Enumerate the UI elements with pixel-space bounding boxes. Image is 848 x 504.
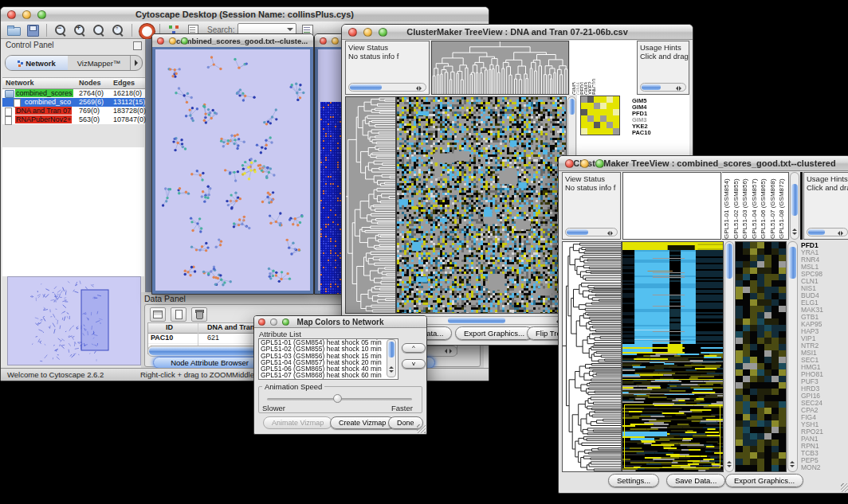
faster-label: Faster: [391, 404, 413, 412]
view-status-hscrollbar[interactable]: [565, 228, 618, 236]
treeview2-titlebar[interactable]: ClusterMaker TreeView : combined_scores_…: [559, 156, 848, 171]
move-up-button[interactable]: ^: [402, 343, 426, 353]
minimize-icon[interactable]: [332, 37, 339, 45]
resize-grip[interactable]: [417, 424, 426, 433]
animate-vizmap-button: Animate Vizmap: [263, 416, 332, 429]
move-down-button[interactable]: v: [402, 359, 426, 369]
zoom-in-icon[interactable]: +: [72, 23, 88, 37]
treeview1-titlebar[interactable]: ClusterMaker TreeView : DNA and Tran 07-…: [342, 25, 693, 40]
toolbar-separator: [46, 24, 47, 37]
treeview1-global-heatmap[interactable]: [396, 96, 567, 314]
zoom-selected-icon[interactable]: ▫: [110, 23, 126, 37]
column-label: GPL51-02 (GSM855): [732, 173, 742, 239]
attribute-list[interactable]: GPL51-01 (GSM854) heat shock 05 minGPL51…: [258, 338, 398, 380]
close-icon[interactable]: [348, 28, 357, 37]
save-icon[interactable]: [25, 23, 41, 37]
minimize-icon[interactable]: [580, 159, 589, 168]
column-label: PAC10: [591, 41, 595, 95]
row-label: PAC10: [632, 130, 672, 136]
treeview1-row-dendrogram[interactable]: [345, 96, 396, 314]
treeview1-zoom-heatmap[interactable]: [580, 96, 620, 135]
network-tree-row[interactable]: combined_scores2764(0)16218(0): [2, 89, 145, 98]
column-label: GPL51-08 (GSM872): [778, 173, 787, 239]
minimize-icon[interactable]: [22, 10, 31, 19]
settings-button[interactable]: Settings...: [608, 474, 659, 487]
network-tree-empty-area: [2, 147, 144, 276]
open-folder-icon[interactable]: [6, 23, 22, 37]
zoom-window-icon[interactable]: [282, 318, 289, 326]
node-attribute-browser-button[interactable]: Node Attribute Browser: [153, 357, 266, 369]
edge-count: 183728(0): [113, 107, 146, 115]
treeview2-view-status: View Status No status info f: [562, 172, 621, 240]
zoom-window-icon[interactable]: [595, 159, 604, 168]
treeview2-top-vscrollbar[interactable]: [790, 172, 799, 240]
network1-canvas[interactable]: [155, 49, 310, 291]
data-panel-toolbar: [150, 307, 207, 322]
treeview2-heatmap-vscrollbar[interactable]: [724, 241, 734, 472]
edge-count: 107847(0): [113, 115, 146, 123]
main-titlebar[interactable]: Cytoscape Desktop (Session Name: collins…: [1, 7, 489, 22]
data-panel-title: Data Panel: [144, 294, 186, 303]
treeview1-title: ClusterMaker TreeView : DNA and Tran 07-…: [342, 27, 693, 37]
treeview2-row-dendrogram[interactable]: [562, 241, 622, 472]
zoom-window-icon[interactable]: [37, 10, 46, 19]
treeview2-zoom-vscrollbar[interactable]: [787, 241, 798, 472]
birdseye-view[interactable]: [7, 276, 141, 365]
network-tree-row[interactable]: combined_sco2569(6)13112(15): [2, 98, 145, 107]
treeview2-column-dendrogram[interactable]: [622, 172, 721, 240]
float-panel-icon[interactable]: [133, 41, 142, 50]
network-name: RNAPuberNov2+: [15, 115, 72, 123]
select-attributes-icon[interactable]: [150, 307, 166, 322]
panel-divider: [800, 172, 803, 240]
tab-vizmapper[interactable]: VizMapper™: [68, 56, 130, 70]
close-icon[interactable]: [320, 37, 327, 45]
usage-hints-hscrollbar[interactable]: [640, 83, 686, 92]
minimize-icon[interactable]: [169, 37, 176, 45]
attribute-list-vscrollbar[interactable]: [387, 339, 396, 377]
zoom-out-icon[interactable]: −: [53, 23, 69, 37]
delete-attribute-icon[interactable]: [191, 307, 207, 322]
gene-label: MON2: [801, 464, 848, 471]
export-graphics-button[interactable]: Export Graphics...: [725, 474, 803, 487]
window-controls: [7, 10, 46, 19]
desktop: Cytoscape Desktop (Session Name: collins…: [0, 0, 848, 504]
network-view-window-1: combined_scores_good.txt--cluste...: [151, 33, 314, 295]
close-icon[interactable]: [157, 37, 164, 45]
column-label: GPL51-07 (GSM868): [769, 173, 779, 239]
treeview2-global-heatmap[interactable]: [622, 241, 724, 472]
zoom-window-icon[interactable]: [181, 37, 188, 45]
control-panel-title: Control Panel: [6, 41, 54, 49]
network-tree-row[interactable]: DNA and Tran 07769(0)183728(0): [2, 107, 145, 115]
treeview1-column-dendrogram[interactable]: [431, 41, 569, 95]
treeview1-zoom-column-labels: GIM5GIM4PFD1GIM3YKE2PAC10: [571, 41, 597, 95]
minimize-icon[interactable]: [363, 28, 372, 37]
treeview1-view-status: View Status No status info f: [345, 41, 430, 95]
close-icon[interactable]: [258, 318, 265, 326]
node-count: 769(0): [79, 107, 100, 115]
status-zoom-hint: Right-click + drag to ZOOM: [140, 370, 232, 379]
tab-network[interactable]: Network: [6, 56, 68, 70]
network1-title: combined_scores_good.txt--cluste...: [176, 37, 310, 45]
create-vizmap-button[interactable]: Create Vizmap: [330, 416, 395, 429]
zoom-window-icon[interactable]: [379, 28, 387, 37]
network-tree-row[interactable]: RNAPuberNov2+563(0)107847(0): [2, 115, 145, 124]
zoom-fit-icon[interactable]: [91, 23, 107, 37]
close-icon[interactable]: [7, 10, 16, 19]
network1-titlebar[interactable]: combined_scores_good.txt--cluste...: [152, 34, 313, 48]
slider-thumb[interactable]: [333, 394, 342, 403]
node-count: 2569(6): [79, 98, 104, 106]
resize-grip[interactable]: [841, 483, 848, 492]
control-panel-tabs: Network VizMapper™: [5, 55, 143, 71]
tab-overflow-icon[interactable]: [130, 56, 142, 70]
close-icon[interactable]: [565, 159, 574, 168]
usage-hints-hscrollbar[interactable]: [807, 228, 848, 236]
new-attribute-icon[interactable]: [171, 307, 186, 322]
export-graphics-button[interactable]: Export Graphics...: [455, 326, 533, 340]
dialog-titlebar[interactable]: Map Colors to Network: [254, 316, 426, 328]
treeview2-zoom-heatmap[interactable]: [735, 241, 787, 472]
column-label: GPL51-01 (GSM854): [723, 173, 732, 239]
network-table-header: Network Nodes Edges: [2, 77, 145, 89]
save-data-button[interactable]: Save Data...: [666, 474, 725, 487]
attribute-item[interactable]: GPL51-07 (GSM868) heat shock 60 min: [259, 372, 398, 378]
view-status-hscrollbar[interactable]: [348, 83, 426, 92]
